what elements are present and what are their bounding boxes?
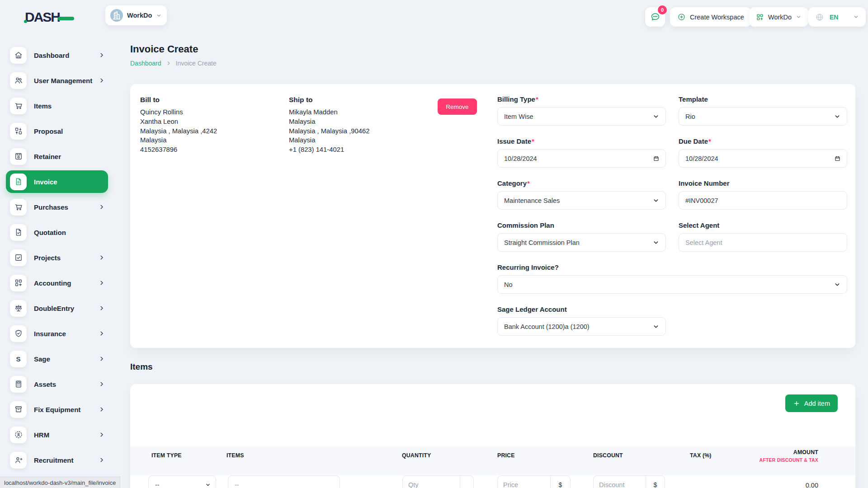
sidebar-icon-card: S xyxy=(10,351,27,367)
template-label: Template xyxy=(679,95,847,104)
field-sage-ledger-account: Sage Ledger AccountBank Account (1200)a … xyxy=(497,305,666,336)
items-section-title: Items xyxy=(130,362,153,372)
sidebar-item-dashboard[interactable]: Dashboard xyxy=(0,42,119,68)
required-asterisk: * xyxy=(708,137,711,145)
create-workspace-label: Create Workspace xyxy=(690,14,744,21)
ship-to-block: Ship to Mikayla MaddenMalaysiaMalaysia ,… xyxy=(289,96,369,155)
sidebar-icon-card xyxy=(10,72,27,89)
workdo-menu-button[interactable]: WorkDo xyxy=(749,7,808,27)
invoice-number-input[interactable] xyxy=(685,197,830,204)
required-asterisk: * xyxy=(532,137,534,145)
sidebar-item-label: Assets xyxy=(34,380,56,388)
sidebar-icon-card xyxy=(10,199,27,216)
invoice-number-input[interactable] xyxy=(679,191,847,210)
category-value: Maintenance Sales xyxy=(504,197,560,204)
column-header-item-type: ITEM TYPE xyxy=(151,452,182,459)
ship-to-line: +1 (823) 141-4021 xyxy=(289,145,369,155)
item-type-select[interactable]: -- xyxy=(148,475,216,488)
topbar: DASH WorkDo 0 Create Workspace WorkDo EN xyxy=(0,0,868,33)
select-agent-label: Select Agent xyxy=(679,221,847,230)
sidebar-item-label: Retainer xyxy=(34,153,61,160)
category-label: Category* xyxy=(497,179,666,188)
workspace-switcher[interactable]: WorkDo xyxy=(105,5,167,25)
commission-plan-select[interactable]: Straight Commission Plan xyxy=(497,233,666,252)
bill-to-title: Bill to xyxy=(140,96,217,104)
language-label: EN xyxy=(830,14,848,21)
sidebar-item-label: Projects xyxy=(34,254,61,262)
items-select[interactable]: -- xyxy=(228,475,340,488)
sidebar-item-proposal[interactable]: Proposal xyxy=(0,118,119,144)
sidebar-item-label: Proposal xyxy=(34,127,63,135)
bill-to-line: Quincy Rollins xyxy=(140,108,217,117)
sidebar-item-doubleentry[interactable]: DoubleEntry xyxy=(0,296,119,321)
grid-plus-icon xyxy=(756,13,764,21)
discount-input-group: $ xyxy=(593,475,665,488)
proposal-icon xyxy=(14,127,23,136)
insurance-icon xyxy=(14,329,23,338)
sidebar-icon-card xyxy=(10,123,27,140)
double-entry-icon xyxy=(14,304,23,313)
price-input[interactable] xyxy=(498,476,550,488)
workspace-avatar xyxy=(110,9,123,22)
add-item-button[interactable]: Add item xyxy=(785,394,838,412)
sidebar-item-retainer[interactable]: Retainer xyxy=(0,144,119,169)
sidebar-item-projects[interactable]: Projects xyxy=(0,245,119,270)
sidebar-item-assets[interactable]: Assets xyxy=(0,371,119,397)
workdo-menu-label: WorkDo xyxy=(768,14,792,21)
category-select[interactable]: Maintenance Sales xyxy=(497,191,666,210)
price-input-group: $ xyxy=(497,475,571,488)
sidebar-item-recruitment[interactable]: Recruitment xyxy=(0,447,119,473)
chevron-down-icon xyxy=(205,482,211,488)
due-date-input[interactable]: 10/28/2024 xyxy=(679,149,847,168)
sidebar-icon-card xyxy=(10,224,27,241)
chevron-right-icon xyxy=(99,280,105,286)
items-value: -- xyxy=(235,481,239,488)
accounting-icon xyxy=(14,278,23,287)
issue-date-input[interactable]: 10/28/2024 xyxy=(497,149,666,168)
ship-to-title: Ship to xyxy=(289,96,369,104)
breadcrumb-dashboard-link[interactable]: Dashboard xyxy=(130,60,161,67)
quantity-input[interactable] xyxy=(403,476,460,488)
select-agent-input[interactable] xyxy=(685,239,830,246)
field-category: Category*Maintenance Sales xyxy=(497,179,666,210)
sidebar-item-hrm[interactable]: HRM xyxy=(0,422,119,447)
invoice-details-card: Bill to Quincy RollinsXantha LeonMalaysi… xyxy=(130,84,855,348)
sidebar-item-insurance[interactable]: Insurance xyxy=(0,321,119,346)
recurring-invoice-select[interactable]: No xyxy=(497,275,847,294)
select-agent-input[interactable] xyxy=(679,233,847,252)
app-logo[interactable]: DASH xyxy=(25,9,74,25)
quantity-suffix xyxy=(460,476,473,488)
sidebar-item-invoice[interactable]: Invoice xyxy=(0,169,119,194)
chevron-right-icon xyxy=(99,330,105,337)
template-select[interactable]: Rio xyxy=(679,107,847,126)
sage-ledger-account-select[interactable]: Bank Account (1200)a (1200) xyxy=(497,317,666,336)
required-asterisk: * xyxy=(527,179,530,187)
sidebar-item-sage[interactable]: SSage xyxy=(0,346,119,371)
sidebar-item-accounting[interactable]: Accounting xyxy=(0,270,119,296)
sidebar-item-purchases[interactable]: Purchases xyxy=(0,194,119,220)
chevron-right-icon xyxy=(99,204,105,210)
sidebar-icon-card xyxy=(10,249,27,266)
discount-input[interactable] xyxy=(594,476,646,488)
sidebar-item-fix-equipment[interactable]: Fix Equipment xyxy=(0,397,119,422)
discount-currency: $ xyxy=(646,476,665,488)
create-workspace-button[interactable]: Create Workspace xyxy=(670,7,751,27)
users-icon xyxy=(14,76,23,85)
sidebar-icon-card xyxy=(10,47,27,64)
ship-to-lines: Mikayla MaddenMalaysiaMalaysia , Malaysi… xyxy=(289,108,369,155)
sidebar-item-user-management[interactable]: User Management xyxy=(0,68,119,93)
sidebar-item-quotation[interactable]: Quotation xyxy=(0,220,119,245)
language-button[interactable]: EN xyxy=(808,7,866,27)
chevron-right-icon xyxy=(99,52,105,58)
remove-button[interactable]: Remove xyxy=(438,99,477,115)
chevron-down-icon xyxy=(652,239,660,246)
sidebar-item-label: Items xyxy=(34,102,52,110)
template-value: Rio xyxy=(685,113,695,120)
column-header-price: PRICE xyxy=(497,452,515,459)
chat-button[interactable]: 0 xyxy=(645,7,665,27)
billing-type-select[interactable]: Item Wise xyxy=(497,107,666,126)
chevron-down-icon xyxy=(853,14,859,20)
sidebar-item-items[interactable]: Items xyxy=(0,93,119,118)
breadcrumb-current: Invoice Create xyxy=(176,60,217,67)
field-select-agent: Select Agent xyxy=(679,221,847,252)
